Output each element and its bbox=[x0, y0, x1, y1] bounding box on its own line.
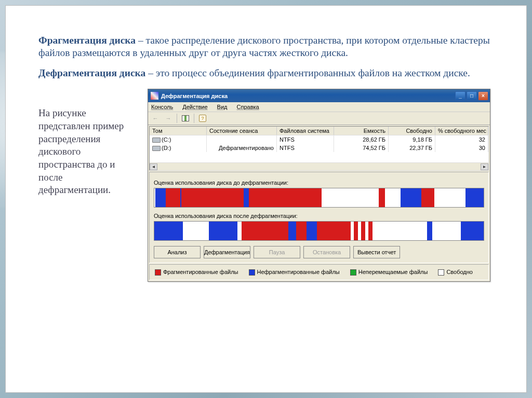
maximize-button[interactable]: □ bbox=[467, 91, 477, 101]
legend-swatch-white bbox=[438, 269, 444, 276]
menu-action[interactable]: Действие bbox=[182, 104, 207, 110]
table-row[interactable]: (D:) Дефрагментировано NTFS 74,52 ГБ 22,… bbox=[150, 144, 488, 152]
col-free[interactable]: Свободно bbox=[389, 127, 435, 135]
help-icon[interactable]: ? bbox=[197, 113, 208, 123]
legend-frag: Фрагментированные файлы bbox=[163, 269, 238, 275]
col-fs[interactable]: Файловая система bbox=[277, 127, 334, 135]
label-after: Оценка использования диска после дефрагм… bbox=[154, 213, 484, 219]
term-defragmentation: Дефрагментация диска bbox=[38, 67, 145, 78]
cell-cap: 74,52 ГБ bbox=[334, 144, 389, 152]
analyze-button[interactable]: Анализ bbox=[154, 246, 201, 258]
divider-icon bbox=[177, 114, 177, 123]
frag-segment bbox=[361, 222, 365, 240]
frag-segment bbox=[288, 222, 296, 240]
frag-segment bbox=[427, 222, 432, 240]
frag-bar-after bbox=[154, 221, 484, 241]
title-bar[interactable]: Дефрагментация диска _ □ × bbox=[148, 89, 490, 102]
frag-segment bbox=[237, 222, 242, 240]
minimize-button[interactable]: _ bbox=[455, 91, 466, 101]
menu-bar: Консоль Действие Вид Справка bbox=[148, 102, 490, 112]
frag-segment bbox=[322, 188, 379, 207]
frag-segment bbox=[296, 222, 307, 240]
drive-icon bbox=[152, 146, 161, 151]
frag-segment bbox=[379, 188, 385, 207]
frag-segment bbox=[385, 188, 401, 207]
window-title: Дефрагментация диска bbox=[161, 93, 455, 99]
fragmentation-panel: Оценка использования диска до дефрагмент… bbox=[149, 172, 489, 263]
frag-segment bbox=[183, 222, 209, 240]
legend-nofrag: Нефрагментированные файлы bbox=[257, 269, 340, 275]
toolbar: ← → ? bbox=[148, 112, 490, 125]
def-defragmentation: – это процесс объединения фрагментирован… bbox=[145, 67, 470, 78]
term-fragmentation: Фрагментация диска bbox=[38, 35, 136, 46]
back-icon: ← bbox=[150, 113, 161, 123]
cell-vol: (C:) bbox=[162, 136, 171, 143]
legend-swatch-blue bbox=[249, 269, 255, 276]
frag-segment bbox=[354, 222, 358, 240]
col-pct[interactable]: % свободного мес bbox=[435, 127, 488, 135]
frag-segment bbox=[368, 222, 373, 240]
frag-segment bbox=[401, 188, 421, 207]
frag-segment bbox=[434, 188, 466, 207]
cell-pct: 32 bbox=[435, 135, 488, 144]
app-icon bbox=[151, 92, 158, 100]
frag-segment bbox=[249, 188, 322, 207]
close-button[interactable]: × bbox=[478, 91, 488, 101]
table-row[interactable]: (C:) NTFS 28,62 ГБ 9,18 ГБ 32 bbox=[150, 135, 488, 144]
drive-icon bbox=[152, 138, 161, 143]
cell-state bbox=[207, 135, 277, 144]
view-icon[interactable] bbox=[180, 113, 191, 123]
legend: Фрагментированные файлы Нефрагментирован… bbox=[149, 264, 489, 280]
divider-icon bbox=[194, 114, 194, 123]
frag-segment bbox=[421, 188, 434, 207]
frag-segment bbox=[154, 222, 183, 240]
cell-vol: (D:) bbox=[162, 145, 171, 151]
col-state[interactable]: Состояние сеанса bbox=[207, 127, 277, 135]
frag-segment bbox=[209, 222, 237, 240]
frag-segment bbox=[166, 188, 180, 207]
legend-swatch-green bbox=[350, 269, 356, 276]
cell-fs: NTFS bbox=[277, 135, 334, 144]
menu-console[interactable]: Консоль bbox=[151, 104, 173, 110]
frag-segment bbox=[466, 188, 484, 207]
defrag-window: Дефрагментация диска _ □ × Консоль Дейст… bbox=[148, 89, 490, 282]
frag-segment bbox=[317, 222, 351, 240]
menu-help[interactable]: Справка bbox=[237, 104, 259, 110]
cell-fs: NTFS bbox=[277, 144, 334, 152]
frag-segment bbox=[307, 222, 317, 240]
frag-segment bbox=[155, 188, 166, 207]
cell-state: Дефрагментировано bbox=[207, 144, 277, 152]
paragraph-fragmentation: Фрагментация диска – такое распределение… bbox=[38, 34, 494, 60]
frag-segment bbox=[244, 188, 249, 207]
label-before: Оценка использования диска до дефрагмент… bbox=[154, 180, 484, 186]
cell-pct: 30 bbox=[435, 144, 488, 152]
frag-segment bbox=[432, 222, 461, 240]
col-volume[interactable]: Том bbox=[150, 127, 207, 135]
frag-segment bbox=[242, 222, 288, 240]
figure-caption: На рисунке представлен пример распределе… bbox=[38, 89, 148, 282]
report-button[interactable]: Вывести отчет bbox=[353, 246, 400, 258]
defrag-button[interactable]: Дефрагментация bbox=[204, 246, 250, 258]
horizontal-scrollbar[interactable]: ◄ ► bbox=[150, 162, 488, 170]
scroll-right-icon[interactable]: ► bbox=[481, 163, 488, 170]
forward-icon: → bbox=[163, 113, 174, 123]
stop-button: Остановка bbox=[303, 246, 350, 258]
frag-bar-before bbox=[154, 188, 484, 208]
frag-segment bbox=[373, 222, 427, 240]
volume-list[interactable]: Том Состояние сеанса Файловая система Ем… bbox=[149, 126, 489, 171]
paragraph-defragmentation: Дефрагментация диска – это процесс объед… bbox=[38, 67, 494, 79]
legend-fixed: Неперемещаемые файлы bbox=[358, 269, 428, 275]
frag-segment bbox=[181, 188, 244, 207]
legend-swatch-red bbox=[155, 269, 161, 276]
cell-cap: 28,62 ГБ bbox=[334, 135, 389, 144]
menu-view[interactable]: Вид bbox=[217, 104, 228, 110]
table-header: Том Состояние сеанса Файловая система Ем… bbox=[150, 127, 488, 135]
cell-free: 22,37 ГБ bbox=[389, 144, 435, 152]
cell-free: 9,18 ГБ bbox=[389, 135, 435, 144]
col-capacity[interactable]: Емкость bbox=[334, 127, 389, 135]
scroll-left-icon[interactable]: ◄ bbox=[150, 163, 157, 170]
pause-button: Пауза bbox=[254, 246, 300, 258]
frag-segment bbox=[461, 222, 484, 240]
legend-free: Свободно bbox=[446, 269, 473, 275]
